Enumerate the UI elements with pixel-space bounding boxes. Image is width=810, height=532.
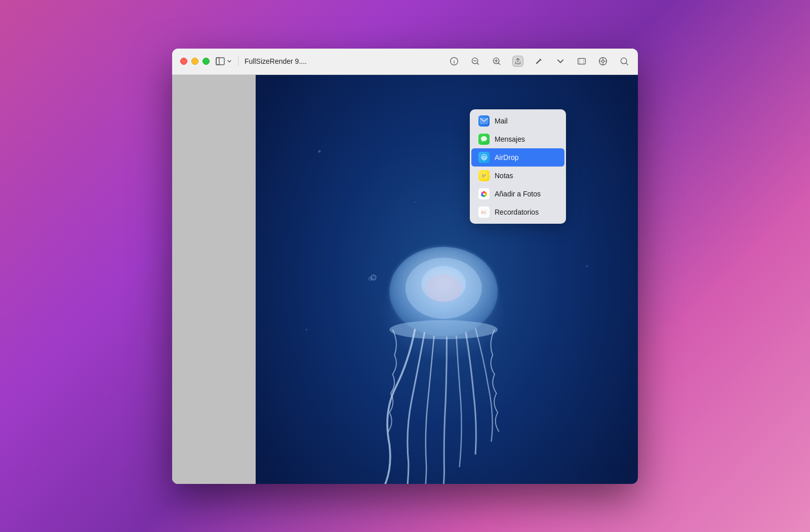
svg-point-32 bbox=[424, 274, 462, 302]
info-button[interactable]: i bbox=[449, 56, 460, 67]
messages-icon bbox=[478, 134, 490, 145]
svg-line-10 bbox=[498, 63, 500, 64]
svg-point-60 bbox=[482, 212, 483, 213]
svg-point-62 bbox=[482, 213, 483, 214]
mail-label: Mail bbox=[495, 117, 508, 125]
svg-line-19 bbox=[626, 63, 628, 65]
window-title: FullSizeRender 9.... bbox=[245, 57, 442, 65]
svg-point-46 bbox=[483, 159, 484, 160]
menu-item-reminders[interactable]: Recordatorios bbox=[471, 203, 564, 221]
reminders-icon bbox=[478, 207, 490, 218]
svg-rect-11 bbox=[578, 58, 586, 64]
sidebar-toggle-button[interactable] bbox=[216, 57, 232, 66]
titlebar: FullSizeRender 9.... i bbox=[172, 49, 638, 75]
photos-label: Añadir a Fotos bbox=[495, 190, 541, 198]
zoom-in-button[interactable] bbox=[491, 56, 502, 67]
image-area bbox=[256, 75, 638, 484]
menu-item-airdrop[interactable]: AirDrop bbox=[471, 148, 564, 167]
svg-point-21 bbox=[318, 150, 320, 152]
share-menu: Mail Mensajes bbox=[470, 109, 566, 224]
messages-label: Mensajes bbox=[495, 135, 525, 143]
svg-rect-0 bbox=[216, 58, 219, 65]
airdrop-label: AirDrop bbox=[495, 153, 518, 161]
svg-point-43 bbox=[371, 275, 376, 280]
svg-point-24 bbox=[586, 264, 588, 267]
menu-item-mail[interactable]: Mail bbox=[471, 112, 564, 130]
traffic-lights bbox=[180, 58, 210, 65]
title-divider bbox=[238, 57, 238, 66]
close-button[interactable] bbox=[180, 58, 187, 65]
chevron-down-icon bbox=[227, 59, 232, 64]
sidebar-panel bbox=[172, 75, 256, 484]
svg-line-6 bbox=[477, 63, 478, 64]
svg-text:i: i bbox=[454, 59, 455, 64]
markup-button[interactable] bbox=[534, 56, 545, 67]
reminders-label: Recordatorios bbox=[495, 208, 539, 216]
app-window: FullSizeRender 9.... i bbox=[172, 49, 638, 484]
search-button[interactable] bbox=[619, 56, 630, 67]
airdrop-icon bbox=[478, 152, 490, 163]
zoom-out-button[interactable] bbox=[470, 56, 481, 67]
jellyfish-image bbox=[256, 75, 638, 484]
svg-point-25 bbox=[306, 329, 308, 331]
menu-item-messages[interactable]: Mensajes bbox=[471, 130, 564, 148]
notes-icon bbox=[478, 170, 490, 181]
svg-point-13 bbox=[602, 60, 604, 63]
chevron-button[interactable] bbox=[555, 56, 566, 67]
minimize-button[interactable] bbox=[191, 58, 198, 65]
mail-icon bbox=[478, 115, 490, 127]
svg-rect-1 bbox=[216, 58, 224, 65]
menu-item-notes[interactable]: Notas bbox=[471, 167, 564, 185]
share-button[interactable] bbox=[512, 56, 523, 67]
svg-point-33 bbox=[389, 320, 498, 339]
content-area: Mail Mensajes bbox=[172, 75, 638, 484]
photos-icon bbox=[478, 188, 490, 199]
svg-point-23 bbox=[414, 201, 416, 203]
fullscreen-button[interactable] bbox=[576, 56, 587, 67]
toolbar-buttons: i bbox=[449, 56, 630, 67]
maximize-button[interactable] bbox=[202, 58, 210, 65]
notes-label: Notas bbox=[495, 172, 513, 180]
menu-item-photos[interactable]: Añadir a Fotos bbox=[471, 185, 564, 203]
svg-point-57 bbox=[483, 193, 485, 195]
annotate-button[interactable] bbox=[597, 56, 609, 67]
